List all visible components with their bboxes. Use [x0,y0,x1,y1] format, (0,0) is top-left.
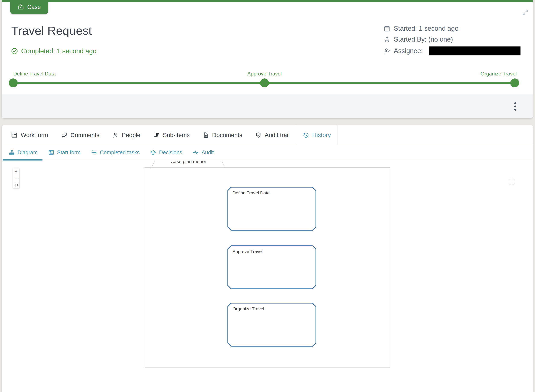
tab-label: Sub-items [163,132,190,139]
history-subtab-bar: Diagram Start form [2,145,533,160]
started-by-row: Started By: (no one) [383,36,521,43]
briefcase-icon [18,4,24,10]
content-card: Work form Comments People [2,125,533,392]
diagram-zoom-controls: + − [13,168,19,188]
tab-label: Documents [212,132,242,139]
subtab-completed-tasks[interactable]: Completed tasks [86,145,145,160]
case-type-badge: Case [10,0,48,14]
document-icon [203,132,209,138]
tab-people[interactable]: People [106,125,147,145]
calendar-icon [383,25,390,32]
tab-label: Comments [71,132,99,139]
stage-label: Approve Travel [232,249,263,254]
zoom-out-button[interactable]: − [13,175,19,181]
brand-top-bar [2,0,533,2]
fit-screen-icon [15,183,18,187]
task-list-icon [91,149,97,155]
tab-label: History [312,132,331,139]
pulse-icon [193,149,199,155]
tab-sub-items[interactable]: Sub-items [147,125,196,145]
subtab-decisions[interactable]: Decisions [145,145,187,160]
tab-comments[interactable]: Comments [55,125,106,145]
status-line: Completed: 1 second ago [11,47,96,55]
zoom-in-button[interactable]: + [13,168,19,175]
shield-check-icon [255,132,261,138]
milestone-label-organize-travel: Organize Travel [481,71,517,77]
subtab-label: Completed tasks [100,149,140,156]
history-icon [303,132,309,138]
case-plan-model-label: Case plan model [152,161,225,164]
subtab-label: Audit [202,149,214,156]
tab-documents[interactable]: Documents [196,125,249,145]
scale-icon [150,149,156,155]
person-icon [112,132,118,138]
check-circle-icon [11,47,18,55]
comments-icon [61,132,67,138]
diagram-canvas: + − Case plan model [2,161,533,392]
subtab-start-form[interactable]: Start form [43,145,86,160]
subtab-label: Diagram [18,149,38,156]
expand-icon[interactable] [522,9,529,16]
assignee-value-redacted [429,47,521,56]
form-icon [48,149,54,155]
milestone-label-define-travel-data: Define Travel Data [13,71,56,77]
tab-history[interactable]: History [296,125,337,145]
case-badge-label: Case [27,4,41,10]
tab-label: Work form [21,132,48,139]
action-strip [2,94,533,118]
user-icon [383,36,390,43]
stage-label: Organize Travel [232,306,264,311]
subtab-diagram[interactable]: Diagram [3,145,43,160]
user-check-icon [383,47,390,54]
tab-audit-trail[interactable]: Audit trail [249,125,296,145]
stage-label: Define Travel Data [232,190,270,196]
stage-define-travel-data: Define Travel Data [227,187,316,231]
fullscreen-icon[interactable] [508,178,515,186]
more-actions-button[interactable] [510,101,521,112]
started-row: Started: 1 second ago [383,25,521,33]
started-text: Started: 1 second ago [394,25,459,33]
subtab-label: Start form [57,149,80,156]
meta-block: Started: 1 second ago Started By: (no on… [383,25,521,56]
milestone-label-approve-travel: Approve Travel [247,71,282,77]
tab-label: Audit trail [265,132,290,139]
zoom-fit-button[interactable] [13,182,19,188]
milestone-dot [9,79,18,87]
tab-label: People [122,132,140,139]
case-header-card: Case Travel Request Completed: 1 second … [2,0,533,118]
stage-organize-travel: Organize Travel [227,303,316,347]
assignee-label: Assignee: [394,47,423,55]
milestone-dot [260,79,269,87]
status-text: Completed: 1 second ago [21,47,96,55]
assignee-row: Assignee: [383,47,521,56]
subtab-audit[interactable]: Audit [188,145,219,160]
main-tab-bar: Work form Comments People [2,125,533,145]
sub-items-icon [153,132,160,138]
page-title: Travel Request [11,24,92,37]
started-by-text: Started By: (no one) [394,36,453,43]
subtab-label: Decisions [159,149,182,156]
active-subtab-underline [3,159,43,160]
stage-approve-travel: Approve Travel [227,245,316,289]
milestone-dot [510,79,519,87]
tab-work-form[interactable]: Work form [5,125,55,145]
sitemap-icon [9,149,15,155]
form-icon [11,132,18,138]
